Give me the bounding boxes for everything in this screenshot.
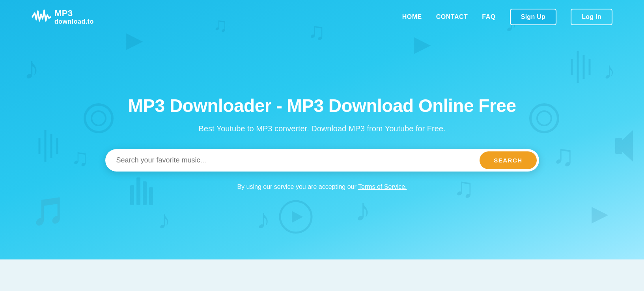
nav-contact[interactable]: CONTACT: [436, 13, 468, 21]
hero-title: MP3 Downloader - MP3 Download Online Fre…: [128, 95, 516, 116]
nav-home[interactable]: HOME: [402, 13, 422, 21]
logo-icon: [32, 7, 51, 27]
tos-text: By using our service you are accepting o…: [237, 183, 407, 190]
search-bar-wrapper: SEARCH: [105, 149, 539, 172]
logo-text: MP3 download.to: [54, 9, 94, 25]
tos-prefix: By using our service you are accepting o…: [237, 183, 358, 190]
logo-domain: download.to: [54, 18, 94, 25]
hero-content: MP3 Downloader - MP3 Download Online Fre…: [0, 34, 644, 259]
navbar: MP3 download.to HOME CONTACT FAQ Sign Up…: [0, 0, 644, 34]
signup-button[interactable]: Sign Up: [510, 9, 557, 25]
nav-links: HOME CONTACT FAQ Sign Up Log In: [402, 9, 612, 25]
logo[interactable]: MP3 download.to: [32, 7, 94, 27]
logo-mp3: MP3: [54, 9, 94, 18]
hero-subtitle: Best Youtube to MP3 converter. Download …: [199, 124, 446, 133]
page-wrapper: ♪ ♫ 🎵 ▶ ♪ ♫ ♪ ♫ ♪ ▶ ♫ ♪ ♫ ♪ ▶: [0, 0, 644, 291]
login-button[interactable]: Log In: [571, 9, 612, 25]
search-button[interactable]: SEARCH: [480, 151, 536, 169]
search-bar-container: SEARCH: [105, 149, 539, 172]
bottom-section: [0, 259, 644, 291]
search-input[interactable]: [116, 152, 480, 168]
tos-link[interactable]: Terms of Service.: [358, 183, 407, 190]
hero-section: ♪ ♫ 🎵 ▶ ♪ ♫ ♪ ♫ ♪ ▶ ♫ ♪ ♫ ♪ ▶: [0, 0, 644, 259]
nav-faq[interactable]: FAQ: [482, 13, 495, 21]
